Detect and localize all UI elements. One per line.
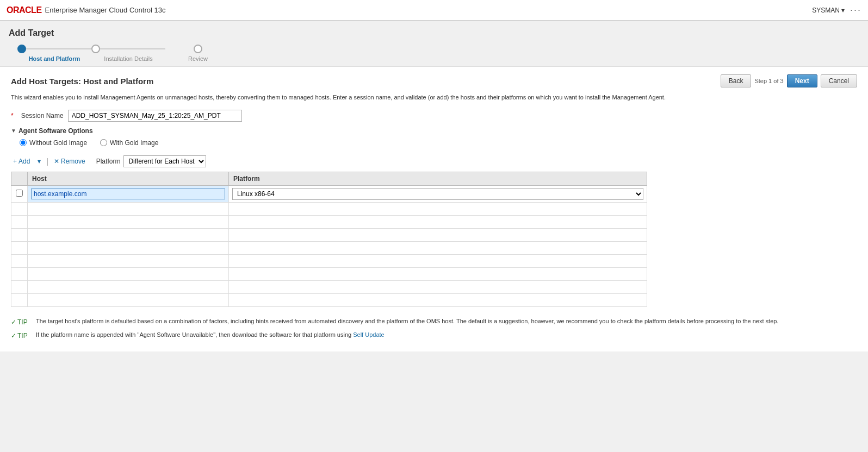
empty-row-8 <box>11 293 647 306</box>
cancel-button[interactable]: Cancel <box>821 74 857 87</box>
radio-with-gold-label: With Gold Image <box>110 139 158 147</box>
platform-dropdown[interactable]: Different for Each Host Linux x86-64 Win… <box>123 155 206 167</box>
empty-row-4 <box>11 241 647 254</box>
radio-without-gold[interactable]: Without Gold Image <box>20 139 87 147</box>
step-2-dot <box>91 45 100 53</box>
em-title: Enterprise Manager Cloud Control 13c <box>45 6 166 14</box>
tip-2-icon: ✓ TIP <box>11 331 33 341</box>
step-1-dot <box>17 45 26 53</box>
host-input[interactable] <box>31 189 225 199</box>
table-body: Linux x86-64 Windows x86-64 AIX <box>11 185 647 306</box>
step-1-line <box>26 48 91 49</box>
add-dropdown-arrow-icon: ▾ <box>38 158 41 165</box>
wizard-steps: Host and Platform Installation Details R… <box>9 41 859 66</box>
page-header: Add Target Host and Platform Installatio… <box>0 21 868 66</box>
collapse-arrow-icon: ▼ <box>11 128 16 134</box>
page-title: Add Target <box>9 25 859 41</box>
tip-2-checkmark: ✓ <box>11 331 16 341</box>
required-star: * <box>11 112 14 120</box>
step-1-container: Host and Platform <box>17 45 91 62</box>
section-title-row: Add Host Targets: Host and Platform Back… <box>11 74 857 87</box>
remove-button[interactable]: ✕ Remove <box>52 156 88 166</box>
username-label: SYSMAN <box>812 7 840 14</box>
tip-2-label: TIP <box>17 331 28 341</box>
agent-software-header[interactable]: ▼ Agent Software Options <box>11 127 857 135</box>
col-checkbox <box>11 172 28 185</box>
col-host: Host <box>28 172 229 185</box>
more-options-button[interactable]: ··· <box>850 4 861 16</box>
next-button[interactable]: Next <box>787 74 817 87</box>
radio-group: Without Gold Image With Gold Image <box>11 139 857 147</box>
add-button[interactable]: + Add <box>11 156 32 166</box>
remove-label: Remove <box>61 158 85 165</box>
step-2-container: Installation Details <box>91 45 165 62</box>
session-name-label: Session Name <box>15 112 64 120</box>
empty-row-1 <box>11 202 647 215</box>
table-toolbar: + Add ▾ | ✕ Remove Platform Different fo… <box>11 153 857 170</box>
col-platform: Platform <box>229 172 647 185</box>
tip-1-icon: ✓ TIP <box>11 317 33 327</box>
step-2-line <box>100 48 165 49</box>
table-row: Linux x86-64 Windows x86-64 AIX <box>11 185 647 202</box>
step-2-label[interactable]: Installation Details <box>96 55 161 62</box>
main-content: Add Host Targets: Host and Platform Back… <box>0 66 868 351</box>
user-menu[interactable]: SYSMAN ▾ <box>812 7 845 14</box>
section-title: Add Host Targets: Host and Platform <box>11 77 153 86</box>
tip-row-2: ✓ TIP If the platform name is appended w… <box>11 330 857 341</box>
toolbar-separator: | <box>46 157 48 166</box>
empty-row-6 <box>11 267 647 280</box>
tip-1-label: TIP <box>17 317 28 327</box>
radio-with-gold[interactable]: With Gold Image <box>100 139 158 147</box>
tip-2-text-before: If the platform name is appended with "A… <box>36 331 353 338</box>
empty-row-7 <box>11 280 647 293</box>
radio-with-gold-input[interactable] <box>100 139 107 146</box>
agent-software-section: ▼ Agent Software Options Without Gold Im… <box>11 127 857 147</box>
platform-row-dropdown[interactable]: Linux x86-64 Windows x86-64 AIX <box>232 188 643 200</box>
back-button[interactable]: Back <box>721 74 752 87</box>
step-info: Step 1 of 3 <box>754 78 783 84</box>
tip-1-text: The target host's platform is defaulted … <box>36 317 778 326</box>
remove-x-icon: ✕ <box>54 158 59 165</box>
step-1-label[interactable]: Host and Platform <box>22 55 87 62</box>
radio-without-gold-input[interactable] <box>20 139 27 146</box>
host-cell <box>28 185 229 202</box>
row-checkbox-input[interactable] <box>16 190 23 197</box>
plus-icon: + <box>13 158 17 165</box>
tip-row-1: ✓ TIP The target host's platform is defa… <box>11 317 857 327</box>
tip-1-checkmark: ✓ <box>11 317 16 327</box>
tips-section: ✓ TIP The target host's platform is defa… <box>11 312 857 341</box>
add-label: Add <box>18 158 30 165</box>
step-3-label[interactable]: Review <box>165 55 231 62</box>
step-3-dot <box>194 45 202 53</box>
oracle-logo: ORACLE <box>7 5 42 15</box>
host-platform-table: Host Platform Linux x86-64 Windows x86-6… <box>11 172 647 307</box>
session-name-input[interactable] <box>68 110 242 122</box>
topbar-right: SYSMAN ▾ ··· <box>812 4 861 16</box>
radio-without-gold-label: Without Gold Image <box>29 139 87 147</box>
add-dropdown-button[interactable]: ▾ <box>35 156 43 166</box>
platform-cell: Linux x86-64 Windows x86-64 AIX <box>229 185 647 202</box>
tip-2-text: If the platform name is appended with "A… <box>36 330 385 340</box>
description-text: This wizard enables you to install Manag… <box>11 93 857 102</box>
table-header-row: Host Platform <box>11 172 647 185</box>
wizard-actions: Back Step 1 of 3 Next Cancel <box>721 74 857 87</box>
topbar: ORACLE Enterprise Manager Cloud Control … <box>0 0 868 21</box>
user-dropdown-arrow[interactable]: ▾ <box>841 7 845 14</box>
step-3-container: Review <box>165 45 231 62</box>
empty-row-5 <box>11 254 647 267</box>
agent-software-label: Agent Software Options <box>18 127 93 135</box>
self-update-link[interactable]: Self Update <box>353 331 384 338</box>
row-checkbox-cell <box>11 185 28 202</box>
session-name-row: * Session Name <box>11 110 857 122</box>
empty-row-3 <box>11 228 647 241</box>
empty-row-2 <box>11 215 647 228</box>
platform-label: Platform <box>96 158 121 165</box>
topbar-left: ORACLE Enterprise Manager Cloud Control … <box>7 5 165 15</box>
